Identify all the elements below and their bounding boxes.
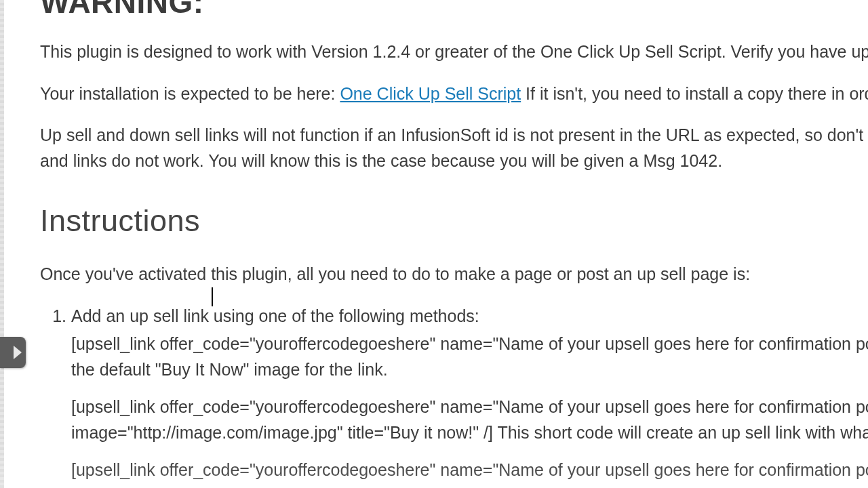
warning-version-text: This plugin is designed to work with Ver… [40,39,868,65]
shortcode-block: image="http://image.com/image.jpg" title… [71,420,868,446]
instructions-intro: Once you've activated this plugin, all y… [40,262,868,287]
document-body: WARNING: This plugin is designed to work… [40,0,868,488]
instructions-heading: Instructions [40,203,868,239]
bottom-fade [0,447,868,488]
install-prefix: Your installation is expected to be here… [40,84,340,103]
infusionsoft-warning-l1: Up sell and down sell links will not fun… [40,123,868,148]
shortcode-block: the default "Buy It Now" image for the l… [71,357,868,383]
text-cursor-icon [212,287,213,306]
script-link[interactable]: One Click Up Sell Script [340,84,521,103]
shortcode-block: [upsell_link offer_code="youroffercodego… [71,394,868,420]
step-1-lead: Add an up sell link using one of the fol… [71,304,868,329]
warning-heading: WARNING: [40,0,868,20]
collapsed-side-tab[interactable] [0,337,26,368]
shortcode-block: [upsell_link offer_code="youroffercodego… [71,331,868,357]
install-suffix: If it isn't, you need to install a copy … [521,84,868,103]
infusionsoft-warning-l2: and links do not work. You will know thi… [40,148,868,174]
install-location-text: Your installation is expected to be here… [40,81,868,107]
left-edge-texture [0,0,4,488]
